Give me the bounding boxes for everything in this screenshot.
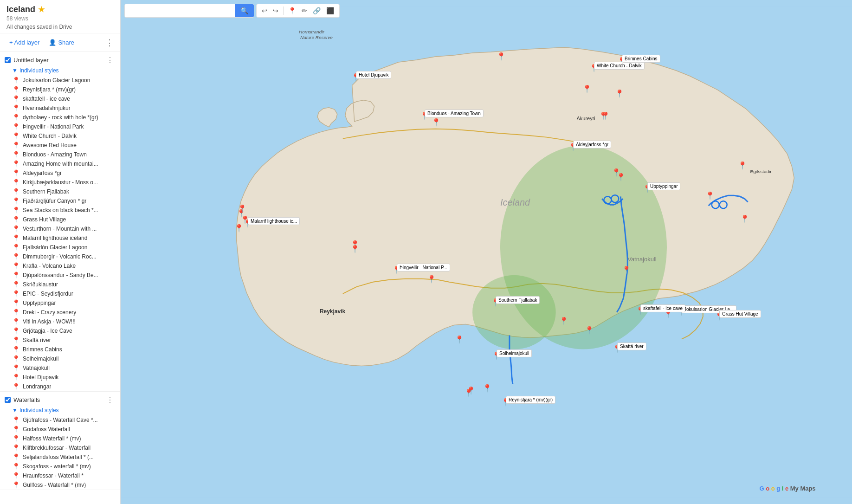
search-input[interactable] (125, 4, 235, 17)
list-item[interactable]: 📍Skaftá river (0, 336, 120, 345)
map-pin[interactable]: 📍 (615, 90, 624, 97)
map-pin[interactable]: 📍 (501, 399, 510, 406)
list-item[interactable]: 📍Dimmuborgir - Volcanic Roc... (0, 252, 120, 261)
list-item[interactable]: 📍Malarrif lighthouse iceland (0, 233, 120, 243)
list-item[interactable]: 📍Djúpalónssandur - Sandy Be... (0, 271, 120, 280)
map-pin[interactable]: 📍 (350, 246, 360, 253)
map-pin[interactable]: 📍 (589, 65, 599, 72)
map-pin[interactable]: 📍 (427, 276, 436, 283)
map-pin[interactable]: 📍 (705, 192, 715, 200)
layer-untitled-more[interactable]: ⋮ (106, 56, 114, 65)
list-item[interactable]: 📍Vesturthorn - Mountain with ... (0, 224, 120, 233)
list-item[interactable]: 📍Jokulsarlon Glacier Lagoon (0, 76, 120, 85)
map-pin[interactable]: 📍 (432, 119, 441, 126)
draw-button[interactable]: ✏ (299, 6, 310, 16)
list-item[interactable]: 📍Seljalandsfoss Waterfall * (... (0, 452, 120, 462)
layer-waterfalls-checkbox[interactable] (5, 397, 11, 403)
map-pin[interactable]: 📍 (601, 112, 610, 120)
map-pin[interactable]: 📍 (491, 299, 500, 306)
map-pin[interactable]: 📍 (455, 336, 464, 343)
list-item[interactable]: 📍Fjallsárlón Glacier Lagoon (0, 243, 120, 252)
list-item[interactable]: 📍Krafla - Volcano Lake (0, 261, 120, 271)
list-item[interactable]: 📍Awesome Red House (0, 141, 120, 150)
route-button[interactable]: 🔗 (310, 6, 323, 16)
list-item[interactable]: 📍Fjaðrárgljúfur Canyon * gr (0, 196, 120, 206)
map-pin[interactable]: 📍 (738, 162, 747, 169)
list-item[interactable]: 📍Hvannadalshnjukur (0, 103, 120, 113)
list-item[interactable]: 📍Þingvellir - National Park (0, 122, 120, 131)
layer-untitled-header[interactable]: Untitled layer ⋮ (0, 52, 120, 66)
map-pin[interactable]: 📍 (664, 310, 673, 318)
list-item[interactable]: 📍Solheimajokull (0, 354, 120, 363)
list-item[interactable]: 📍Grjótagja - Ice Cave (0, 326, 120, 336)
map-pin[interactable]: 📍 (643, 185, 652, 193)
list-item[interactable]: 📍Gullfoss - Waterfall * (mv) (0, 480, 120, 490)
list-item[interactable]: 📍White Church - Dalvik (0, 131, 120, 141)
map-pin[interactable]: 📍 (715, 313, 724, 320)
list-item[interactable]: 📍Grass Hut Village (0, 215, 120, 224)
list-item[interactable]: 📍Haifoss Waterfall * (mv) (0, 434, 120, 443)
share-button[interactable]: 👤 Share (46, 37, 77, 48)
add-layer-button[interactable]: + Add layer (6, 37, 42, 48)
map-pin[interactable]: 📍 (234, 225, 244, 232)
map-pin[interactable]: 📍 (582, 85, 592, 93)
list-item[interactable]: 📍Dreki - Crazy scenery (0, 308, 120, 317)
list-item[interactable]: 📍Vatnajokull (0, 363, 120, 373)
star-icon[interactable]: ★ (38, 5, 45, 14)
sidebar-more-button[interactable]: ⋮ (105, 38, 114, 48)
list-item[interactable]: 📍Sea Stacks on black beach *... (0, 206, 120, 215)
individual-styles-waterfalls[interactable]: ▼ Individual styles (0, 406, 120, 415)
map-pin[interactable]: 📍 (392, 266, 401, 274)
list-item[interactable]: 📍Southern Fjallabak (0, 187, 120, 196)
list-item[interactable]: 📍Blonduos - Amazing Town (0, 150, 120, 159)
map-pin[interactable]: 📍 (740, 215, 749, 223)
list-item[interactable]: 📍Kliftbrekkufossar - Waterfall (0, 443, 120, 452)
list-item[interactable]: 📍Aldeyjarfoss *gr (0, 168, 120, 178)
map-pin[interactable]: 📍 (613, 345, 622, 353)
list-item[interactable]: 📍Skogafoss - waterfall * (mv) (0, 462, 120, 471)
map-pin[interactable]: 📍 (617, 58, 626, 65)
list-item[interactable]: 📍Londrangar (0, 382, 120, 391)
list-item[interactable]: 📍Upptyppingar (0, 298, 120, 308)
map-area[interactable]: 🔍 ↩ ↪ 📍 ✏ 🔗 ⬛ (121, 0, 852, 504)
list-item[interactable]: 📍Gjúfrafoss - Waterfall Cave *... (0, 415, 120, 425)
search-button[interactable]: 🔍 (235, 4, 254, 17)
map-pin[interactable]: 📍 (616, 174, 626, 181)
map-pin[interactable]: 📍 (420, 112, 429, 120)
map-pin[interactable]: 📍 (497, 53, 506, 60)
map-pin[interactable]: 📍 (559, 317, 568, 325)
list-item[interactable]: 📍Hraunfossar - Waterfall * (0, 471, 120, 480)
pin-icon: 📍 (12, 327, 20, 335)
list-item[interactable]: 📍Viti in Askja - WOW!!! (0, 317, 120, 326)
list-item[interactable]: 📍Hotel Djupavik (0, 373, 120, 382)
list-item[interactable]: 📍Amazing Home with mountai... (0, 159, 120, 168)
list-item[interactable]: 📍skaftafell - ice cave (0, 94, 120, 103)
map-pin[interactable]: 📍 (677, 308, 686, 316)
svg-text:Nature Reserve: Nature Reserve (300, 35, 333, 40)
map-pin[interactable]: 📍 (240, 216, 250, 224)
layer-waterfalls-header[interactable]: Waterfalls ⋮ (0, 392, 120, 406)
marker-button[interactable]: 📍 (286, 6, 298, 16)
list-item[interactable]: 📍dyrholaey - rock with hole *(gr) (0, 113, 120, 122)
list-item[interactable]: 📍Brimnes Cabins (0, 345, 120, 354)
map-pin[interactable]: 📍 (622, 266, 631, 274)
individual-styles-untitled[interactable]: ▼ Individual styles (0, 66, 120, 76)
redo-button[interactable]: ↪ (271, 6, 281, 16)
layer-untitled-checkbox[interactable] (5, 57, 11, 63)
map-pin[interactable]: 📍 (636, 307, 645, 315)
map-pin[interactable]: 📍 (483, 385, 492, 392)
list-item[interactable]: 📍Godafoss Waterfall (0, 425, 120, 434)
map-pin[interactable]: 📍 (464, 389, 473, 397)
list-item[interactable]: 📍EPIC - Seydisfjordur (0, 289, 120, 298)
shape-button[interactable]: ⬛ (324, 6, 336, 16)
layer-waterfalls-more[interactable]: ⋮ (106, 395, 114, 404)
map-pin[interactable]: 📍 (585, 327, 594, 334)
map-pin[interactable]: 📍 (492, 352, 501, 360)
map-pin[interactable]: 📍 (351, 74, 361, 81)
map-pin[interactable]: 📍 (568, 143, 578, 151)
list-item[interactable]: 📍Skriðuklaustur (0, 280, 120, 289)
list-item[interactable]: 📍Kirkjubæjarklaustur - Moss o... (0, 178, 120, 187)
map-pin[interactable]: 📍 (238, 205, 247, 213)
undo-button[interactable]: ↩ (259, 6, 270, 16)
list-item[interactable]: 📍Reynisfjara * (mv)(gr) (0, 85, 120, 94)
